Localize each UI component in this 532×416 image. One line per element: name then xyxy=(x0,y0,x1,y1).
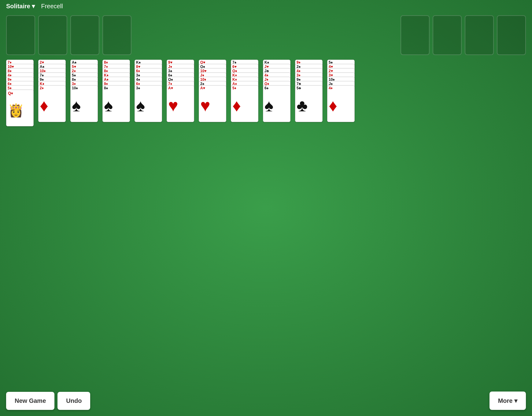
column-0[interactable]: 7♦10♥8♦4♦9♦6♦5♦ Q♦ 👸 xyxy=(6,60,35,126)
column-7[interactable]: 7♠6♥Q♦K♦K♦A♦ 5♦ ♦ xyxy=(231,60,260,126)
column-1[interactable]: 2♥A♠10♦7♠9♠K♦ 2♦ ♦ xyxy=(38,60,67,126)
foundation-1[interactable] xyxy=(401,15,430,55)
header: Solitaire ▾ Freecell xyxy=(0,0,532,12)
column-5[interactable]: 9♥J♦3♠6♠Q♠7♦ A♥ ♥ xyxy=(167,60,196,126)
column-10[interactable]: 5♠4♥2♥3♥10♠J♠ 4♦ ♦ xyxy=(327,60,356,126)
solitaire-title[interactable]: Solitaire ▾ xyxy=(6,2,35,10)
foundation-3[interactable] xyxy=(465,15,494,55)
card-queen-face[interactable]: Q♦ 👸 xyxy=(6,90,34,126)
top-row xyxy=(6,15,526,55)
free-cell-3[interactable] xyxy=(70,15,99,55)
card-2-♦[interactable]: 2♦ ♦ xyxy=(38,85,66,122)
bottom-bar: New Game Undo More ▾ xyxy=(6,392,526,410)
game-type: Freecell xyxy=(41,3,63,10)
free-cells xyxy=(6,15,131,55)
free-cell-2[interactable] xyxy=(38,15,67,55)
column-8[interactable]: K♠J♥J♣4♦J♦Q♦ 6♠ ♠ xyxy=(263,60,292,126)
undo-button[interactable]: Undo xyxy=(57,392,90,410)
column-2[interactable]: A♠5♥2♦5♠8♠3♦ 10♠ ♠ xyxy=(70,60,99,126)
new-game-button[interactable]: New Game xyxy=(6,392,54,410)
card-10-♠[interactable]: 10♠ ♠ xyxy=(70,85,98,122)
more-button[interactable]: More ▾ xyxy=(490,392,526,410)
bottom-left-buttons: New Game Undo xyxy=(6,392,90,410)
foundation-4[interactable] xyxy=(497,15,526,55)
card-A-♥[interactable]: A♥ ♥ xyxy=(167,85,194,122)
column-6[interactable]: Q♥Q♠10♥J♦10♦2♠ A♥ ♥ xyxy=(199,60,228,126)
card-4-♦[interactable]: 4♦ ♦ xyxy=(327,85,355,122)
card-5-♦[interactable]: 5♦ ♦ xyxy=(231,85,258,122)
free-cell-1[interactable] xyxy=(6,15,35,55)
card-5-♣[interactable]: 5♣ ♣ xyxy=(295,85,323,122)
card-A-♥[interactable]: A♥ ♥ xyxy=(199,85,226,122)
column-4[interactable]: K♠8♥6♦3♠4♠6♦ 3♠ ♠ xyxy=(135,60,164,126)
foundation-slots xyxy=(401,15,526,55)
card-3-♠[interactable]: 3♠ ♠ xyxy=(135,85,162,122)
foundation-2[interactable] xyxy=(433,15,462,55)
card-6-♠[interactable]: 6♠ ♠ xyxy=(263,85,290,122)
column-3[interactable]: 8♦7♦8♦K♦A♦9♦ 8♠ ♠ xyxy=(102,60,131,126)
card-8-♠[interactable]: 8♠ ♠ xyxy=(102,85,130,122)
free-cell-4[interactable] xyxy=(102,15,131,55)
column-9[interactable]: 9♦2♠4♦3♦9♠7♣ 5♣ ♣ xyxy=(295,60,324,126)
game-area: 7♦10♥8♦4♦9♦6♦5♦ Q♦ 👸 2♥A♠10♦7♠9♠K♦ 2♦ ♦ … xyxy=(0,12,532,129)
columns-area: 7♦10♥8♦4♦9♦6♦5♦ Q♦ 👸 2♥A♠10♦7♠9♠K♦ 2♦ ♦ … xyxy=(6,60,526,126)
